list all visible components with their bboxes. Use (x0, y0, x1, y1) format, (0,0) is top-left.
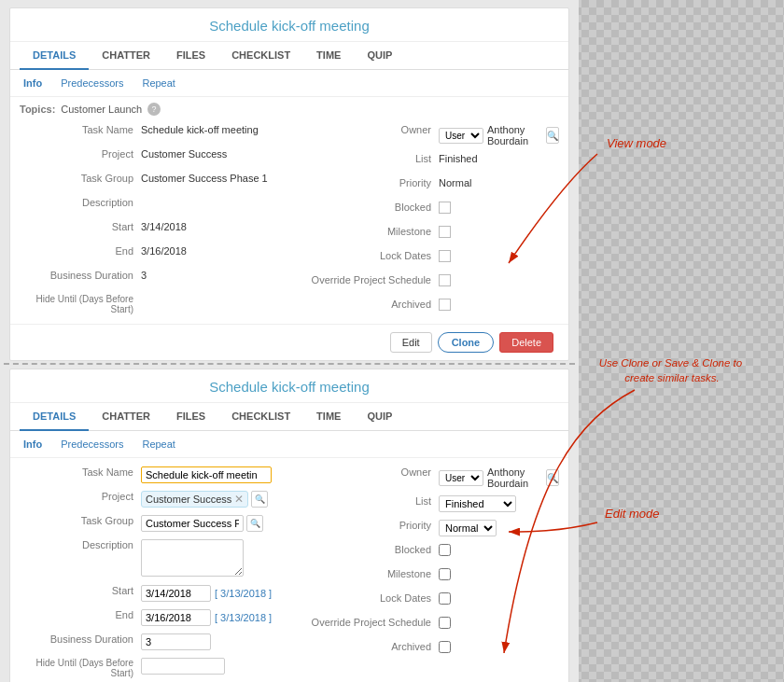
taskgroup-search-icon[interactable]: 🔍 (246, 515, 263, 532)
subtab-info-1[interactable]: Info (20, 76, 46, 90)
value-owner: User Anthony Bourdain 🔍 (439, 121, 559, 146)
value-list: Finished (439, 150, 559, 164)
subtab-predecessors-2[interactable]: Predecessors (57, 437, 127, 452)
edit-button[interactable]: Edit (390, 332, 432, 353)
field-archived-view: Archived (289, 296, 559, 316)
label-owner-edit: Owner (289, 464, 439, 478)
field-bizDuration-view: Business Duration 3 (20, 267, 289, 287)
label-milestone-edit: Milestone (289, 565, 439, 579)
lockdates-checkbox[interactable] (439, 250, 451, 262)
subtab-repeat-1[interactable]: Repeat (138, 76, 178, 90)
tab-quip-1[interactable]: QUIP (354, 42, 405, 70)
start-input[interactable] (141, 585, 211, 602)
field-hideUntil-edit: Hide Until (Days Before Start) (20, 655, 289, 678)
milestone-checkbox[interactable] (439, 226, 451, 238)
label-end: End (20, 243, 141, 257)
checkerboard-bg (574, 0, 784, 682)
field-milestone-view: Milestone (289, 223, 559, 244)
tab-chatter-2[interactable]: CHATTER (89, 403, 163, 431)
panel2-left: Task Name Project Customer Success ✕ (20, 464, 289, 682)
project-tag-remove[interactable]: ✕ (234, 493, 244, 506)
label-override-edit: Override Project Schedule (289, 614, 439, 628)
project-tag-label: Customer Success (146, 494, 231, 505)
blocked-checkbox-edit[interactable] (439, 544, 451, 556)
delete-button[interactable]: Delete (499, 332, 553, 353)
label-priority: Priority (289, 174, 439, 188)
main-area: Schedule kick-off meeting DETAILS CHATTE… (0, 0, 579, 682)
panel1-form: Task Name Schedule kick-off meeting Proj… (10, 118, 568, 324)
value-blocked-edit (439, 541, 559, 556)
value-bizDuration-edit (141, 631, 289, 650)
milestone-checkbox-edit[interactable] (439, 568, 451, 580)
end-bracket: [ 3/13/2018 ] (215, 612, 272, 623)
label-taskname-edit: Task Name (20, 464, 141, 478)
field-override-view: Override Project Schedule (289, 271, 559, 292)
owner-search-icon[interactable]: 🔍 (546, 127, 559, 144)
tab-details-2[interactable]: DETAILS (20, 403, 89, 431)
field-blocked-edit: Blocked (289, 541, 559, 562)
value-lockdates-edit (439, 590, 559, 605)
tab-files-1[interactable]: FILES (163, 42, 218, 70)
label-bizDuration: Business Duration (20, 267, 141, 281)
label-description-edit: Description (20, 536, 141, 550)
lockdates-checkbox-edit[interactable] (439, 592, 451, 605)
topics-value: Customer Launch (61, 104, 142, 115)
value-project: Customer Success (141, 146, 289, 160)
tab-time-1[interactable]: TIME (303, 42, 354, 70)
list-select[interactable]: Finished In Progress Not Started (440, 496, 515, 511)
label-lockdates: Lock Dates (289, 247, 439, 261)
owner-type-select-1[interactable]: User (439, 128, 483, 144)
panel1-tabs: DETAILS CHATTER FILES CHECKLIST TIME QUI… (10, 42, 568, 70)
override-checkbox[interactable] (439, 274, 451, 286)
label-priority-edit: Priority (289, 517, 439, 531)
value-description (141, 194, 289, 197)
tab-chatter-1[interactable]: CHATTER (89, 42, 163, 70)
description-textarea[interactable] (141, 539, 244, 577)
panel-divider (4, 363, 575, 365)
label-blocked: Blocked (289, 199, 439, 213)
archived-checkbox[interactable] (439, 299, 451, 311)
label-start-edit: Start (20, 582, 141, 596)
tab-files-2[interactable]: FILES (163, 403, 218, 431)
project-search-icon[interactable]: 🔍 (251, 491, 268, 508)
field-start-view: Start 3/14/2018 (20, 218, 289, 239)
topics-label: Topics: (20, 104, 55, 115)
field-project-edit: Project Customer Success ✕ 🔍 (20, 488, 289, 508)
field-start-edit: Start [ 3/13/2018 ] (20, 582, 289, 603)
value-override (439, 271, 559, 286)
tab-details-1[interactable]: DETAILS (20, 42, 89, 70)
field-taskname-view: Task Name Schedule kick-off meeting (20, 121, 289, 142)
taskgroup-input[interactable] (141, 515, 244, 532)
bizduration-input[interactable] (141, 633, 211, 650)
override-checkbox-edit[interactable] (439, 617, 451, 629)
field-description-edit: Description (20, 536, 289, 578)
archived-checkbox-edit[interactable] (439, 641, 451, 653)
tab-checklist-1[interactable]: CHECKLIST (218, 42, 303, 70)
end-input[interactable] (141, 609, 211, 626)
clone-button[interactable]: Clone (438, 332, 495, 353)
field-project-view: Project Customer Success (20, 146, 289, 166)
value-list-edit: Finished In Progress Not Started (439, 493, 559, 512)
help-icon[interactable]: ? (147, 103, 161, 116)
taskname-input[interactable] (141, 466, 272, 483)
subtab-info-2[interactable]: Info (20, 437, 46, 452)
tab-checklist-2[interactable]: CHECKLIST (218, 403, 303, 431)
subtab-predecessors-1[interactable]: Predecessors (57, 76, 127, 90)
label-archived-edit: Archived (289, 638, 439, 652)
value-milestone (439, 223, 559, 238)
field-list-view: List Finished (289, 150, 559, 171)
owner-type-select-2[interactable]: User (439, 470, 483, 486)
label-override: Override Project Schedule (289, 271, 439, 285)
subtab-repeat-2[interactable]: Repeat (138, 437, 178, 452)
blocked-checkbox[interactable] (439, 202, 451, 214)
hideuntil-input[interactable] (141, 658, 225, 675)
field-override-edit: Override Project Schedule (289, 614, 559, 634)
field-archived-edit: Archived (289, 638, 559, 659)
value-priority-edit: Normal High Low (439, 517, 559, 536)
priority-select[interactable]: Normal High Low (439, 520, 497, 536)
owner-name-edit: Anthony Bourdain (487, 466, 542, 489)
label-taskname: Task Name (20, 121, 141, 135)
tab-time-2[interactable]: TIME (303, 403, 354, 431)
tab-quip-2[interactable]: QUIP (354, 403, 405, 431)
owner-search-icon-edit[interactable]: 🔍 (546, 469, 559, 486)
